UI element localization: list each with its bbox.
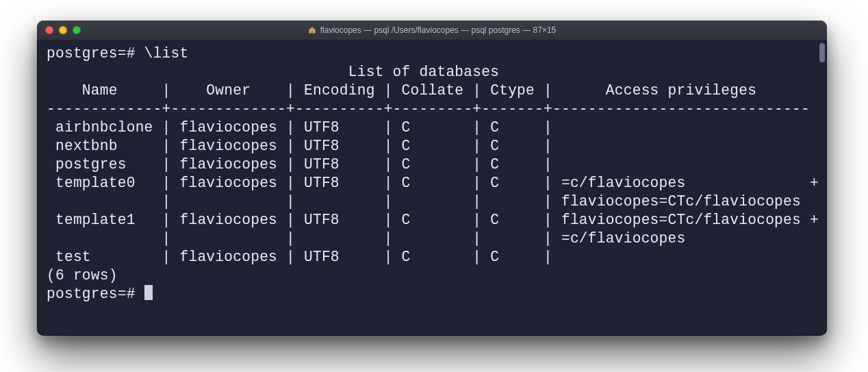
close-icon[interactable] <box>45 26 53 34</box>
zoom-icon[interactable] <box>73 26 81 34</box>
window-title-text: flaviocopes — psql /Users/flaviocopes — … <box>320 25 557 35</box>
terminal-output: postgres=# \list List of databases Name … <box>37 45 827 303</box>
window-title: flaviocopes — psql /Users/flaviocopes — … <box>37 21 827 40</box>
titlebar: flaviocopes — psql /Users/flaviocopes — … <box>37 21 827 40</box>
terminal-window: flaviocopes — psql /Users/flaviocopes — … <box>37 21 827 336</box>
terminal-cursor <box>144 285 153 300</box>
terminal-body[interactable]: postgres=# \list List of databases Name … <box>37 40 827 336</box>
window-controls <box>45 26 81 34</box>
svg-rect-0 <box>311 31 313 34</box>
minimize-icon[interactable] <box>59 26 67 34</box>
scrollbar-thumb[interactable] <box>819 43 825 62</box>
home-folder-icon <box>308 26 316 34</box>
